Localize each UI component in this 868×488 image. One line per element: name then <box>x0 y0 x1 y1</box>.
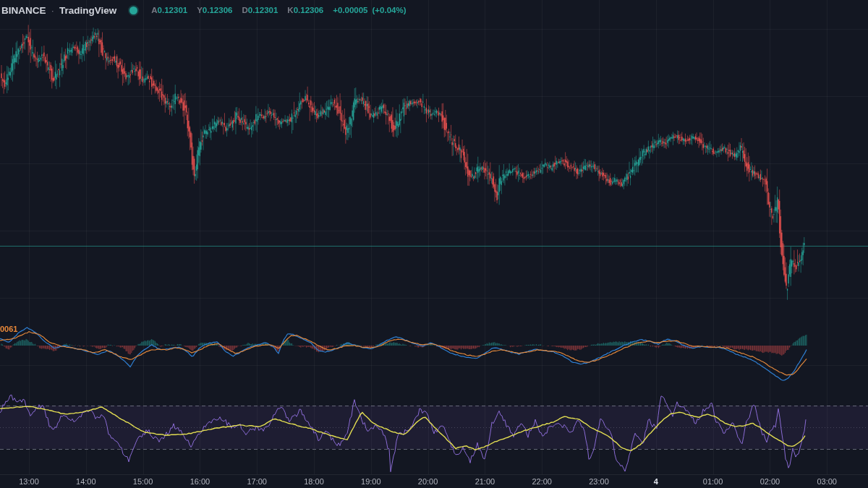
time-axis-label: 23:00 <box>583 477 615 486</box>
time-axis-label: 01:00 <box>697 477 729 486</box>
chart-canvas[interactable] <box>0 0 868 488</box>
time-axis-label: 03:00 <box>811 477 843 486</box>
change-percent: (+0.04%) <box>373 6 407 14</box>
time-axis-label: 22:00 <box>526 477 558 486</box>
tradingview-chart-window: BINANCE · TradingView A0.12301 Y0.12306 … <box>0 0 868 488</box>
time-axis[interactable]: 13:0014:0015:0016:0017:0018:0019:0020:00… <box>0 474 868 488</box>
time-axis-label: 21:00 <box>469 477 501 486</box>
time-axis-label: 17:00 <box>241 477 273 486</box>
ohlc-values: A0.12301 Y0.12306 D0.12301 K0.12306 <box>151 6 323 14</box>
exchange-name: BINANCE <box>1 5 46 16</box>
time-axis-label: 13:00 <box>13 477 45 486</box>
time-axis-label: 16:00 <box>184 477 216 486</box>
time-axis-day-label: 4 <box>640 477 672 486</box>
time-axis-label: 19:00 <box>355 477 387 486</box>
time-axis-label: 20:00 <box>412 477 444 486</box>
time-axis-label: 15:00 <box>127 477 159 486</box>
time-axis-label: 14:00 <box>70 477 102 486</box>
market-status-dot-icon <box>129 7 137 14</box>
symbol-title[interactable]: BINANCE · TradingView <box>1 5 116 16</box>
open-value: A0.12301 <box>151 6 187 14</box>
macd-value-label: 0061 <box>0 325 17 333</box>
high-value: Y0.12306 <box>197 6 232 14</box>
change-absolute: +0.00005 <box>333 6 367 14</box>
time-axis-label: 02:00 <box>754 477 786 486</box>
low-value: D0.12301 <box>242 6 278 14</box>
title-separator: · <box>51 5 55 16</box>
close-value: K0.12306 <box>287 6 323 14</box>
symbol-legend[interactable]: BINANCE · TradingView A0.12301 Y0.12306 … <box>1 3 407 17</box>
platform-name[interactable]: TradingView <box>59 5 116 16</box>
time-axis-label: 18:00 <box>298 477 330 486</box>
